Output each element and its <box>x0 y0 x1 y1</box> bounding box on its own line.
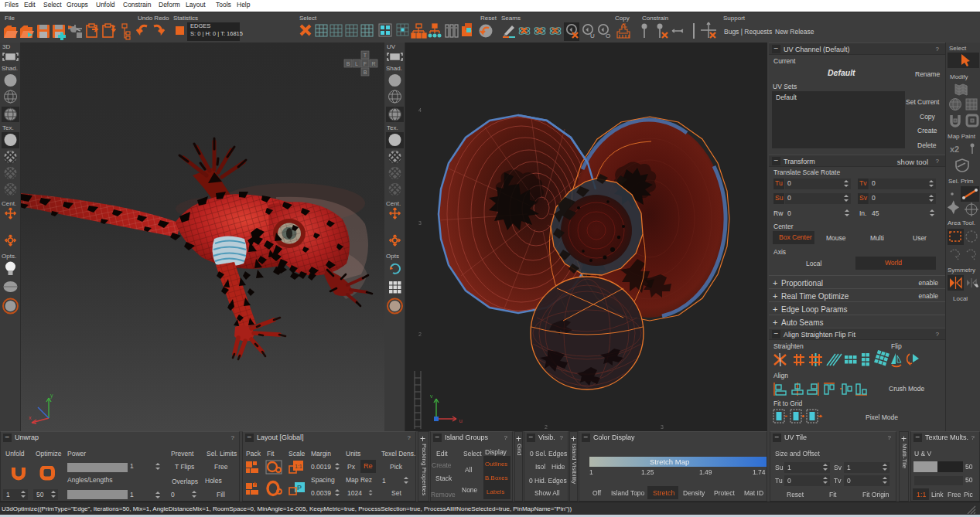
svg-text:y: y <box>50 393 53 399</box>
svg-text:Opts.: Opts. <box>2 253 16 260</box>
svg-text:S: 0 | H: 0 | T: 16815: S: 0 | H: 0 | T: 16815 <box>190 30 243 37</box>
svg-text:B: B <box>347 61 350 66</box>
svg-text:R: R <box>371 61 375 66</box>
svg-text:Symmetry: Symmetry <box>948 267 975 274</box>
svg-text:2: 2 <box>545 424 548 430</box>
svg-text:Cent.: Cent. <box>2 200 16 207</box>
svg-text:Tex.: Tex. <box>387 124 398 131</box>
svg-text:Map Paint: Map Paint <box>948 133 976 140</box>
svg-text:1:1: 1:1 <box>295 464 302 469</box>
svg-text:F: F <box>364 61 367 66</box>
svg-text:Bugs | Requests: Bugs | Requests <box>724 28 772 36</box>
svg-text:3: 3 <box>418 220 422 226</box>
svg-text:Local: Local <box>953 295 968 302</box>
svg-text:U: U <box>590 32 595 39</box>
svg-text:Tex.: Tex. <box>2 124 14 131</box>
svg-text:x: x <box>29 415 32 420</box>
svg-text:Sel. Prim: Sel. Prim <box>948 178 974 185</box>
svg-text:3D: 3D <box>2 43 10 50</box>
svg-text:u: u <box>459 418 463 423</box>
svg-text:L: L <box>355 61 358 66</box>
svg-text:UV: UV <box>387 43 396 50</box>
svg-text:Modify: Modify <box>950 73 968 80</box>
svg-text:Area Tool.: Area Tool. <box>948 219 975 226</box>
svg-text:B: B <box>364 70 367 75</box>
svg-text:Cent.: Cent. <box>386 200 401 207</box>
svg-text:O: O <box>606 32 610 39</box>
svg-text:x2: x2 <box>950 145 959 154</box>
svg-text:T: T <box>364 53 367 58</box>
svg-text:2: 2 <box>418 332 422 337</box>
svg-text:Shad.: Shad. <box>386 65 402 72</box>
svg-text:Shad.: Shad. <box>2 65 18 72</box>
svg-text:New Release: New Release <box>775 28 814 36</box>
svg-text:3: 3 <box>661 424 664 430</box>
svg-text:EDGES: EDGES <box>190 22 210 29</box>
svg-text:P: P <box>297 484 302 491</box>
svg-text:v: v <box>430 393 433 399</box>
svg-text:Select: Select <box>949 45 967 52</box>
svg-text:Opts: Opts <box>386 253 399 260</box>
svg-text:4: 4 <box>418 107 422 113</box>
